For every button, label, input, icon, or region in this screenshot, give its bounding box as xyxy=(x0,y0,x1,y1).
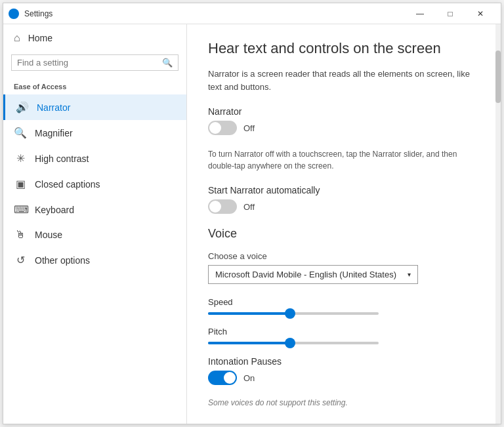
choose-voice-label: Choose a voice xyxy=(208,251,474,261)
keyboard-icon: ⌨ xyxy=(14,203,27,216)
sidebar-item-keyboard[interactable]: ⌨ Keyboard xyxy=(3,197,186,222)
narrator-setting: Narrator Off xyxy=(208,106,474,135)
narrator-hint: To turn Narrator off with a touchscreen,… xyxy=(208,148,474,172)
description-text: Narrator is a screen reader that reads a… xyxy=(208,68,474,93)
start-auto-toggle-container: Off xyxy=(208,199,474,214)
speed-slider-track[interactable] xyxy=(208,312,379,315)
settings-window: Settings — □ ✕ ⌂ Home 🔍 Ease of Access 🔊 xyxy=(3,3,501,424)
narrator-toggle-thumb xyxy=(209,122,221,134)
bottom-note: Some voices do not support this setting. xyxy=(208,398,474,407)
pitch-slider-fill xyxy=(208,342,290,344)
sidebar-item-magnifier[interactable]: 🔍 Magnifier xyxy=(3,120,186,146)
close-button[interactable]: ✕ xyxy=(465,3,495,24)
sidebar-item-home[interactable]: ⌂ Home xyxy=(3,24,186,52)
narrator-setting-label: Narrator xyxy=(208,106,474,117)
intonation-toggle[interactable] xyxy=(208,371,237,385)
window-title: Settings xyxy=(24,9,405,18)
search-icon: 🔍 xyxy=(162,58,173,68)
search-input[interactable] xyxy=(17,58,162,68)
search-box[interactable]: 🔍 xyxy=(11,54,178,71)
other-options-label: Other options xyxy=(35,255,90,266)
chevron-down-icon: ▾ xyxy=(408,271,411,278)
intonation-toggle-container: On xyxy=(208,371,474,385)
speed-slider-group: Speed xyxy=(208,297,474,315)
closed-captions-icon: ▣ xyxy=(14,178,27,190)
main-content: ⌂ Home 🔍 Ease of Access 🔊 Narrator 🔍 Mag… xyxy=(3,24,501,424)
voice-select-value: Microsoft David Mobile - English (United… xyxy=(215,270,396,279)
mouse-icon: 🖱 xyxy=(14,229,27,241)
sidebar-item-closed-captions[interactable]: ▣ Closed captions xyxy=(3,171,186,197)
pitch-slider-track[interactable] xyxy=(208,342,379,344)
speed-label: Speed xyxy=(208,297,474,307)
pitch-label: Pitch xyxy=(208,327,474,336)
intonation-state: On xyxy=(243,373,255,383)
content-area: Hear text and controls on the screen Nar… xyxy=(187,24,495,424)
intonation-label: Intonation Pauses xyxy=(208,356,474,367)
minimize-button[interactable]: — xyxy=(405,3,435,24)
narrator-label: Narrator xyxy=(37,102,70,113)
narrator-toggle[interactable] xyxy=(208,121,237,135)
start-auto-toggle-thumb xyxy=(209,201,221,213)
sidebar-item-other-options[interactable]: ↺ Other options xyxy=(3,247,186,273)
home-label: Home xyxy=(28,33,52,43)
sidebar-item-high-contrast[interactable]: ✳ High contrast xyxy=(3,146,186,171)
magnifier-label: Magnifier xyxy=(35,128,73,138)
home-icon: ⌂ xyxy=(14,32,20,44)
app-icon xyxy=(9,9,19,19)
window-controls: — □ ✕ xyxy=(405,3,495,24)
start-auto-setting: Start Narrator automatically Off xyxy=(208,185,474,214)
start-auto-state: Off xyxy=(243,202,255,212)
high-contrast-icon: ✳ xyxy=(14,152,27,165)
pitch-slider-thumb[interactable] xyxy=(285,338,295,348)
start-auto-toggle[interactable] xyxy=(208,199,237,214)
pitch-slider-group: Pitch xyxy=(208,327,474,344)
keyboard-label: Keyboard xyxy=(35,205,74,215)
narrator-toggle-container: Off xyxy=(208,121,474,135)
narrator-icon: 🔊 xyxy=(16,101,29,113)
sidebar: ⌂ Home 🔍 Ease of Access 🔊 Narrator 🔍 Mag… xyxy=(3,24,187,424)
voice-section-heading: Voice xyxy=(208,227,474,241)
page-title: Hear text and controls on the screen xyxy=(208,40,474,57)
mouse-label: Mouse xyxy=(35,230,62,240)
speed-slider-thumb[interactable] xyxy=(285,308,295,319)
speed-slider-fill xyxy=(208,312,290,315)
start-auto-label: Start Narrator automatically xyxy=(208,185,474,195)
magnifier-icon: 🔍 xyxy=(14,127,27,139)
voice-dropdown[interactable]: Microsoft David Mobile - English (United… xyxy=(208,265,418,284)
narrator-toggle-state: Off xyxy=(243,123,255,133)
section-label: Ease of Access xyxy=(3,79,186,94)
high-contrast-label: High contrast xyxy=(35,153,89,164)
maximize-button[interactable]: □ xyxy=(435,3,465,24)
intonation-toggle-thumb xyxy=(224,372,236,384)
intonation-setting: Intonation Pauses On xyxy=(208,356,474,385)
sidebar-item-narrator[interactable]: 🔊 Narrator xyxy=(3,94,186,120)
sidebar-item-mouse[interactable]: 🖱 Mouse xyxy=(3,222,186,247)
title-bar: Settings — □ ✕ xyxy=(3,3,501,24)
other-options-icon: ↺ xyxy=(14,254,27,266)
scrollbar-thumb[interactable] xyxy=(495,51,501,103)
scrollbar[interactable] xyxy=(495,24,501,424)
closed-captions-label: Closed captions xyxy=(35,179,100,190)
